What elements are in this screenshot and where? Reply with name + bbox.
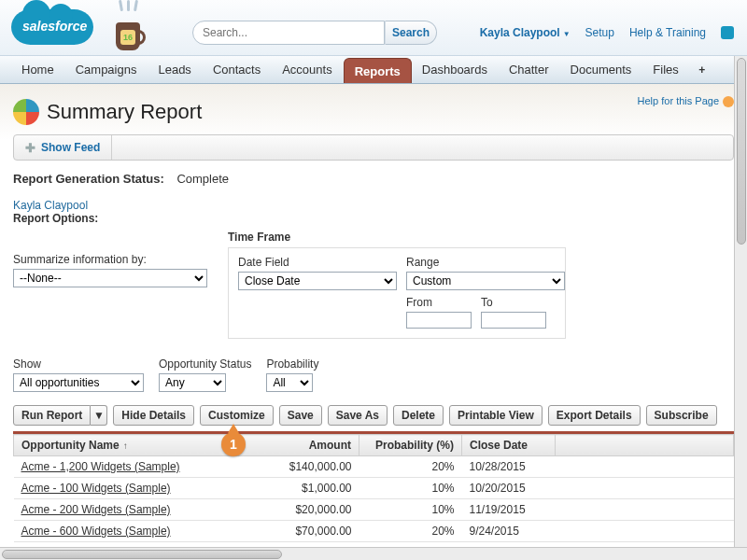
search-button[interactable]: Search [385, 21, 437, 45]
brand-text: salesforce [22, 19, 87, 34]
mug-icon: 16 [110, 2, 148, 54]
user-menu[interactable]: Kayla Claypool▼ [480, 26, 571, 39]
delete-button[interactable]: Delete [393, 405, 444, 426]
tab-campaigns[interactable]: Campaigns [65, 56, 148, 83]
help-training-link[interactable]: Help & Training [629, 26, 706, 39]
probability-label: Probability [266, 357, 318, 371]
avatar-icon[interactable] [721, 26, 734, 39]
cell-probability: 10% [359, 478, 462, 499]
show-select[interactable]: All opportunities [13, 373, 144, 392]
cell-close-date: 10/20/2015 [462, 478, 556, 499]
col-close-date[interactable]: Close Date [462, 435, 556, 456]
subscribe-button[interactable]: Subscribe [646, 405, 717, 426]
run-report-button[interactable]: Run Report [13, 405, 91, 426]
opp-status-label: Opportunity Status [159, 357, 251, 371]
tab-bar: HomeCampaignsLeadsContactsAccountsReport… [0, 56, 747, 84]
tab-files[interactable]: Files [642, 56, 689, 83]
owner-link[interactable]: Kayla Claypool [13, 199, 88, 212]
col-amount[interactable]: Amount [238, 435, 359, 456]
table-row: Acme - 600 Widgets (Sample)$70,000.0020%… [14, 521, 734, 542]
sort-asc-icon: ↑ [123, 441, 128, 451]
tab-reports[interactable]: Reports [344, 58, 412, 83]
tab-accounts[interactable]: Accounts [272, 56, 343, 83]
report-table: Opportunity Name↑ Amount Probability (%)… [13, 434, 734, 560]
cell-amount: $70,000.00 [238, 521, 359, 542]
table-row: Acme - 1,200 Widgets (Sample)$140,000.00… [14, 456, 734, 478]
range-select[interactable]: Custom [406, 272, 565, 290]
feed-bar: ✚ Show Feed [13, 134, 734, 161]
tab-add[interactable]: + [690, 56, 714, 83]
tab-documents[interactable]: Documents [560, 56, 643, 83]
opportunity-link[interactable]: Acme - 1,200 Widgets (Sample) [21, 460, 180, 473]
table-row: Acme - 100 Widgets (Sample)$1,000.0010%1… [14, 478, 734, 499]
page-title: Summary Report [47, 100, 202, 124]
cell-amount: $140,000.00 [238, 456, 359, 478]
cell-probability: 20% [359, 456, 462, 478]
setup-link[interactable]: Setup [585, 26, 614, 39]
cell-amount: $1,000.00 [238, 478, 359, 499]
scrollbar-thumb[interactable] [737, 58, 746, 245]
scrollbar-thumb[interactable] [2, 550, 282, 559]
horizontal-scrollbar[interactable] [0, 547, 747, 560]
cell-close-date: 10/28/2015 [462, 456, 556, 478]
col-opportunity-name[interactable]: Opportunity Name↑ [14, 435, 238, 456]
tab-home[interactable]: Home [11, 56, 65, 83]
timeframe-box: Date Field Close Date Range Custom From [228, 247, 566, 339]
cell-close-date: 9/24/2015 [462, 521, 556, 542]
range-label: Range [406, 256, 565, 269]
summarize-label: Summarize information by: [13, 253, 207, 266]
vertical-scrollbar[interactable] [734, 56, 747, 547]
search-input[interactable] [192, 21, 385, 45]
run-report-menu[interactable]: ▼ [91, 405, 107, 426]
date-field-label: Date Field [238, 256, 397, 269]
customize-button[interactable]: Customize [200, 405, 274, 426]
save-button[interactable]: Save [279, 405, 322, 426]
cell-amount: $20,000.00 [238, 499, 359, 521]
date-field-select[interactable]: Close Date [238, 272, 397, 290]
opportunity-link[interactable]: Acme - 200 Widgets (Sample) [21, 503, 171, 516]
tab-contacts[interactable]: Contacts [203, 56, 272, 83]
from-label: From [406, 296, 472, 309]
timeframe-title: Time Frame [228, 231, 566, 244]
export-details-button[interactable]: Export Details [548, 405, 641, 426]
help-icon [723, 96, 734, 107]
col-spacer [556, 435, 734, 456]
tab-dashboards[interactable]: Dashboards [412, 56, 499, 83]
to-input[interactable] [481, 312, 546, 329]
tab-leads[interactable]: Leads [148, 56, 202, 83]
cell-probability: 20% [359, 521, 462, 542]
probability-select[interactable]: All [266, 373, 313, 392]
chevron-down-icon: ▼ [563, 30, 571, 38]
report-status: Report Generation Status: Complete [13, 172, 734, 186]
from-input[interactable] [406, 312, 472, 329]
help-for-page-link[interactable]: Help for this Page [638, 95, 734, 107]
opportunity-link[interactable]: Acme - 100 Widgets (Sample) [21, 482, 171, 495]
table-row: Acme - 200 Widgets (Sample)$20,000.0010%… [14, 499, 734, 521]
show-label: Show [13, 357, 144, 371]
show-feed-button[interactable]: ✚ Show Feed [14, 135, 112, 160]
save-as-button[interactable]: Save As [328, 405, 388, 426]
report-options-label: Report Options: [13, 212, 734, 225]
hide-details-button[interactable]: Hide Details [113, 405, 194, 426]
cell-close-date: 11/19/2015 [462, 499, 556, 521]
mug-badge: 16 [120, 30, 135, 45]
report-icon [13, 99, 39, 125]
summarize-select[interactable]: --None-- [13, 269, 207, 287]
opp-status-select[interactable]: Any [159, 373, 226, 392]
salesforce-logo[interactable]: salesforce [9, 6, 103, 49]
cell-probability: 10% [359, 499, 462, 521]
tab-chatter[interactable]: Chatter [499, 56, 560, 83]
to-label: To [481, 296, 546, 309]
col-probability[interactable]: Probability (%) [359, 435, 462, 456]
feed-plus-icon: ✚ [25, 141, 35, 155]
printable-view-button[interactable]: Printable View [449, 405, 543, 426]
opportunity-link[interactable]: Acme - 600 Widgets (Sample) [21, 525, 171, 538]
